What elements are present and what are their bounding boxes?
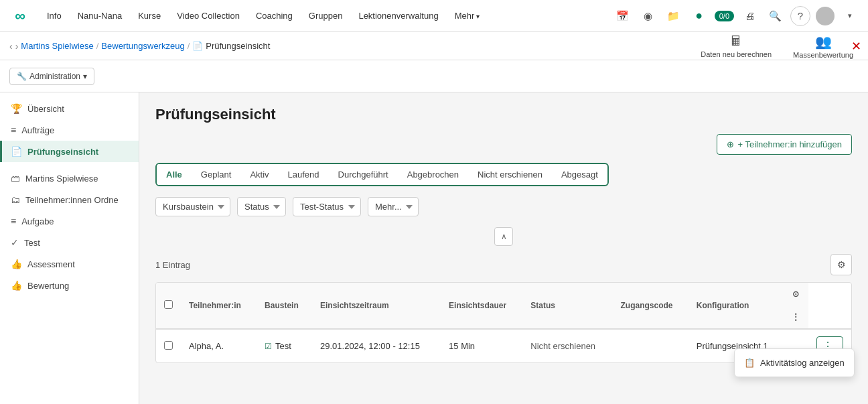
tab-aktiv[interactable]: Aktiv [240,164,278,186]
top-actions: ⊕ + Teilnehmer:in hinzufügen [155,134,852,155]
sidebar-item-assessment[interactable]: 👍 Assessment [0,253,139,275]
col-einsichtsdauer: Einsichtsdauer [441,283,522,329]
status-dot: ● [689,6,709,26]
document-icon-sidebar: 📄 [11,146,22,157]
cell-teilnehmer: Alpha, A. [181,329,257,362]
breadcrumb-back[interactable]: ‹ [9,41,13,52]
sidebar-item-auftraege[interactable]: ≡ Aufträge [0,119,139,141]
search-icon[interactable]: 🔍 [765,6,785,26]
admin-dropdown-icon: ▾ [83,72,87,81]
select-all-checkbox[interactable] [164,300,173,309]
col-einsichtszeitraum: Einsichtszeitraum [312,283,441,329]
collapse-row: ∧ [155,227,852,246]
folder2-icon: 🗂 [11,194,20,205]
rss-icon[interactable]: ◉ [638,6,658,26]
count-text: 1 Eintrag [155,260,190,270]
settings-button[interactable]: ⚙ [830,254,852,275]
circle-play-icon: ⊙ [792,289,799,299]
recalculate-button[interactable]: 🖩 Daten neu berechnen [695,31,777,61]
nav-info[interactable]: Info [40,8,68,23]
sidebar-item-overview[interactable]: 🏆 Übersicht [0,98,139,119]
page-title: Prüfungseinsicht [155,106,852,123]
mass-rating-button[interactable]: 👥 Massenbewertung [788,31,859,62]
col-teilnehmer: Teilnehmer:in [181,283,257,329]
breadcrumb-bewertungswerkzeug[interactable]: Bewertungswerkzeug [101,41,184,51]
cell-status: Nicht erschienen [522,329,612,362]
tab-alle[interactable]: Alle [157,164,192,186]
nav-video-collection[interactable]: Video Collection [170,8,246,23]
breadcrumb: ‹ › Martins Spielwiese / Bewertungswerkz… [9,41,270,52]
filters-container: Kursbaustein Status Test-Status Mehr... … [155,197,852,246]
administration-button[interactable]: 🔧 Administration ▾ [9,68,94,85]
help-icon[interactable]: ? [790,6,810,26]
sidebar: 🏆 Übersicht ≡ Aufträge 📄 Prüfungseinsich… [0,92,139,404]
rating-icon: 👍 [11,280,22,291]
filter-mehr[interactable]: Mehr... [368,197,419,216]
tab-durchgefuehrt[interactable]: Durchgeführt [329,164,398,186]
tabs-container: Alle Geplant Aktiv Laufend Durchgeführt … [155,163,609,186]
tab-laufend[interactable]: Laufend [279,164,329,186]
nav-dropdown-icon[interactable]: ▾ [840,6,860,26]
document-icon: 📄 [192,41,203,51]
brand-logo[interactable]: ∞ [8,4,32,28]
calendar-icon[interactable]: 📅 [613,6,633,26]
gear-icon: ⚙ [837,259,846,270]
test-checkbox-icon: ☑ [265,342,272,351]
row-checkbox[interactable] [164,341,173,350]
dropdown-menu: 📋 Aktivitätslog anzeigen [734,348,855,377]
breadcrumb-current: 📄 Prüfungseinsicht [192,41,270,51]
sidebar-item-aufgabe[interactable]: ≡ Aufgabe [0,210,139,232]
breadcrumb-martins-spielwiese[interactable]: Martins Spielwiese [21,41,93,51]
folder-icon[interactable]: 📁 [664,6,684,26]
breadcrumb-forward[interactable]: › [15,41,19,52]
collapse-button[interactable]: ∧ [494,227,513,246]
trophy-icon: 🏆 [11,103,22,114]
nav-lektionenverwaltung[interactable]: Lektionenverwaltung [352,8,445,23]
nav-mehr[interactable]: Mehr [448,8,486,23]
cell-baustein: ☑ Test [257,329,312,362]
tab-nicht-erschienen[interactable]: Nicht erschienen [468,164,552,186]
top-navigation: ∞ Info Nanu-Nana Kurse Video Collection … [0,0,868,32]
sidebar-item-teilnehmer-ordner[interactable]: 🗂 Teilnehmer:innen Ordne [0,189,139,210]
more-vert-icon-header: ⋮ [792,312,800,322]
sidebar-item-pruefungseinsicht[interactable]: 📄 Prüfungseinsicht [0,141,139,162]
cell-einsichtszeitraum: 29.01.2024, 12:00 - 12:15 [312,329,441,362]
col-status: Status [522,283,612,329]
task-icon: ≡ [11,216,16,226]
filter-status[interactable]: Status [237,197,286,216]
list-icon: ≡ [11,125,16,135]
col-konfiguration: Konfiguration [689,283,786,329]
sidebar-item-martins-spielwiese[interactable]: 🗃 Martins Spielwiese [0,167,139,189]
calculator-icon: 🖩 [729,33,743,49]
avatar[interactable] [816,7,835,25]
close-icon[interactable]: ✕ [851,39,861,54]
checkmark-icon: ✓ [11,237,19,248]
nav-kurse[interactable]: Kurse [131,8,167,23]
people-icon: 👥 [815,33,832,50]
log-icon: 📋 [744,358,755,368]
nav-right-actions: 📅 ◉ 📁 ● 0/0 🖨 🔍 ? ▾ [613,6,860,26]
filters-row: Kursbaustein Status Test-Status Mehr... [155,197,419,216]
admin-bar: 🔧 Administration ▾ [0,60,868,92]
status-badge[interactable]: 0/0 [715,11,734,21]
filter-kursbaustein[interactable]: Kursbaustein [155,197,230,216]
print-icon[interactable]: 🖨 [739,6,760,26]
cell-zugangscode [612,329,688,362]
col-baustein: Baustein [257,283,312,329]
dropdown-aktivitaetslog[interactable]: 📋 Aktivitätslog anzeigen [735,352,854,374]
tab-abgesagt[interactable]: Abgesagt [552,164,607,186]
tab-abgebrochen[interactable]: Abgebrochen [398,164,468,186]
cell-einsichtsdauer: 15 Min [441,329,522,362]
filter-test-status[interactable]: Test-Status [293,197,361,216]
thumbsup-icon: 👍 [11,259,22,269]
tab-geplant[interactable]: Geplant [192,164,241,186]
nav-nanu-nana[interactable]: Nanu-Nana [71,8,129,23]
add-participant-button[interactable]: ⊕ + Teilnehmer:in hinzufügen [717,134,852,155]
breadcrumb-actions: 🖩 Daten neu berechnen 👥 Massenbewertung [695,31,859,62]
nav-gruppen[interactable]: Gruppen [302,8,350,23]
sidebar-item-test[interactable]: ✓ Test [0,232,139,253]
breadcrumb-bar: ‹ › Martins Spielwiese / Bewertungswerkz… [0,32,868,60]
nav-coaching[interactable]: Coaching [249,8,299,23]
sidebar-item-bewertung[interactable]: 👍 Bewertung [0,275,139,296]
archive-icon: 🗃 [11,173,20,184]
